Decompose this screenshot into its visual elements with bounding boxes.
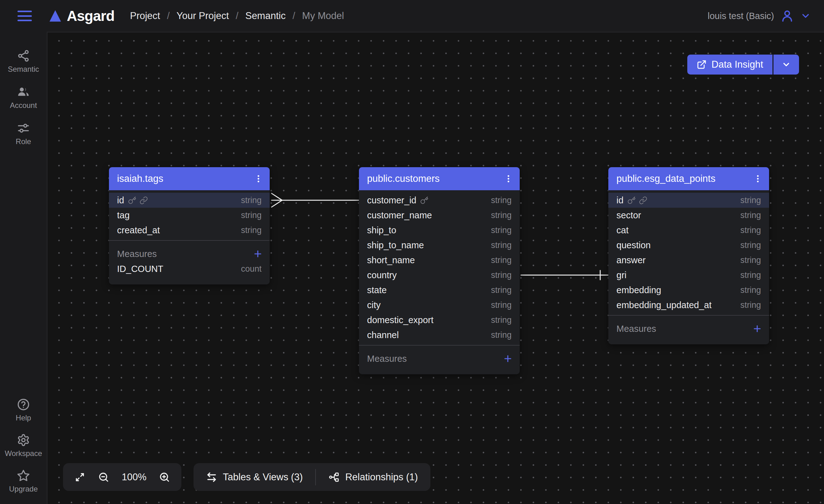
breadcrumb-separator: / [293,10,295,21]
zoom-level: 100% [122,472,146,483]
sidebar-label: Workspace [5,449,42,458]
data-insight-button[interactable]: Data Insight [687,54,772,75]
add-measure-button[interactable] [503,354,513,364]
primary-key-icon [627,196,636,205]
column-type: string [491,330,512,340]
column-type: string [491,196,512,205]
column-name: sector [616,210,641,221]
column-row-short_name[interactable]: short_namestring [359,253,520,268]
breadcrumb: Project / Your Project / Semantic / My M… [130,10,344,21]
column-type: string [241,196,262,205]
column-row-embedding_updated_at[interactable]: embedding_updated_atstring [608,297,769,312]
column-row-created_at[interactable]: created_atstring [109,223,270,238]
sidebar-item-upgrade[interactable]: Upgrade [0,469,47,493]
column-name: short_name [367,255,415,265]
column-name: cat [616,225,629,236]
chevron-down-icon[interactable] [800,11,811,21]
relationships-label: Relationships (1) [345,472,418,483]
column-row-ship_to_name[interactable]: ship_to_namestring [359,238,520,253]
table-card-header[interactable]: isaiah.tags [109,167,270,190]
column-type: string [740,255,761,265]
breadcrumb-my-model: My Model [302,10,344,21]
column-row-customer_id[interactable]: customer_idstring [359,193,520,208]
menu-icon[interactable] [17,11,32,21]
table-menu-button[interactable] [251,172,265,185]
users-icon [17,86,30,99]
relationship-line[interactable] [521,270,608,280]
column-row-state[interactable]: statestring [359,282,520,297]
tab-tables-and-views[interactable]: Tables & Views (3) [194,463,315,491]
swap-arrows-icon [206,472,217,483]
column-row-id[interactable]: idstring [608,193,769,208]
measure-name: ID_COUNT [117,264,241,274]
add-measure-icon [253,249,263,259]
column-row-gri[interactable]: gristring [608,268,769,282]
table-card-header[interactable]: public.customers [359,167,520,190]
relationship-line[interactable] [272,194,359,207]
model-canvas[interactable]: Data Insight 100% Tables & Views (3) Rel… [47,32,824,504]
data-insight-split-button: Data Insight [687,54,799,75]
add-measure-button[interactable] [752,324,762,334]
column-name: channel [367,330,399,340]
column-name: id [117,195,124,206]
app-logo[interactable]: Asgard [48,7,114,24]
column-row-sector[interactable]: sectorstring [608,208,769,223]
column-row-country[interactable]: countrystring [359,268,520,282]
zoom-in-button[interactable] [159,472,170,483]
breadcrumb-your-project[interactable]: Your Project [177,10,229,21]
sidebar-item-role[interactable]: Role [0,122,47,146]
tab-relationships[interactable]: Relationships (1) [316,463,430,491]
column-name: customer_id [367,195,416,206]
table-card-header[interactable]: public.esg_data_points [608,167,769,190]
zoom-toolbar: 100% [63,463,181,491]
column-type: string [740,240,761,250]
column-row-customer_name[interactable]: customer_namestring [359,208,520,223]
column-icons [627,196,647,205]
column-name: customer_name [367,210,432,221]
measures-header: Measures [608,321,769,336]
data-insight-dropdown-button[interactable] [774,54,799,75]
table-menu-button[interactable] [751,172,765,185]
sidebar-item-help[interactable]: Help [0,398,47,422]
zoom-out-button[interactable] [98,472,109,483]
sidebar-item-semantic[interactable]: Semantic [0,49,47,74]
column-row-embedding[interactable]: embeddingstring [608,282,769,297]
sidebar-item-workspace[interactable]: Workspace [0,433,47,458]
top-bar: Asgard Project / Your Project / Semantic… [0,0,824,32]
measure-row-ID_COUNT[interactable]: ID_COUNTcount [109,261,270,276]
fit-view-button[interactable] [74,472,86,483]
zoom-out-icon [98,472,109,483]
breadcrumb-project[interactable]: Project [130,10,160,21]
sidebar-item-account[interactable]: Account [0,86,47,110]
measures-header: Measures [359,351,520,366]
column-type: string [740,270,761,280]
column-type: string [491,240,512,250]
add-measure-button[interactable] [253,249,263,259]
column-row-ship_to[interactable]: ship_tostring [359,223,520,238]
column-row-channel[interactable]: channelstring [359,328,520,343]
column-row-domestic_export[interactable]: domestic_exportstring [359,312,520,328]
column-type: string [740,300,761,310]
column-type: string [241,211,262,220]
primary-key-icon [128,196,136,205]
table-menu-button[interactable] [502,172,515,185]
sidebar-label: Role [16,137,31,146]
semantic-graph-icon [17,49,30,62]
app-name: Asgard [67,7,114,24]
column-row-cat[interactable]: catstring [608,223,769,238]
sidebar-label: Semantic [8,65,39,74]
breadcrumb-semantic[interactable]: Semantic [245,10,286,21]
column-row-city[interactable]: citystring [359,297,520,312]
column-type: string [740,285,761,295]
data-insight-label: Data Insight [712,59,763,70]
expand-icon [74,472,86,483]
column-name: ship_to [367,225,396,236]
sliders-icon [17,122,30,135]
sidebar-label: Upgrade [9,485,38,493]
column-row-answer[interactable]: answerstring [608,253,769,268]
column-row-tag[interactable]: tagstring [109,208,270,223]
user-icon[interactable] [780,9,794,23]
column-row-id[interactable]: idstring [109,193,270,208]
gear-icon [17,433,30,447]
column-row-question[interactable]: questionstring [608,238,769,253]
